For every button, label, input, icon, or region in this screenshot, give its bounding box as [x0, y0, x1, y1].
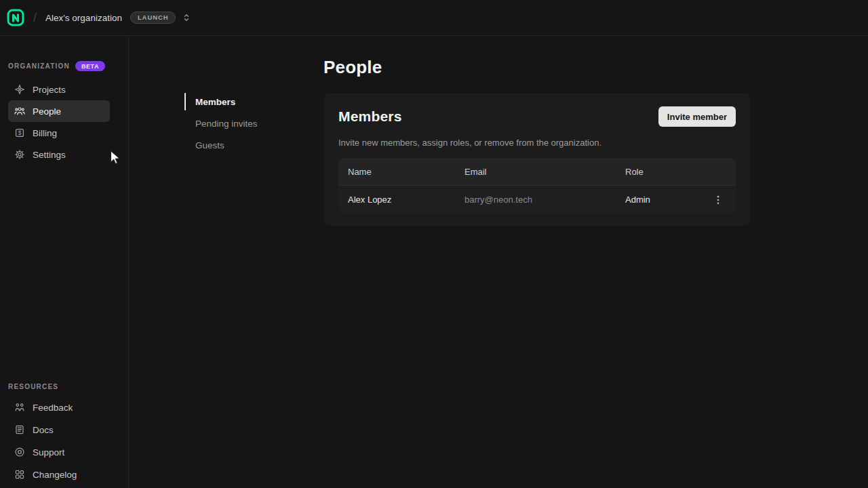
- breadcrumb-separator: /: [33, 11, 37, 25]
- member-email: barry@neon.tech: [465, 195, 625, 205]
- sidebar-item-docs[interactable]: Docs: [8, 419, 110, 441]
- resources-section-label: RESOURCES: [8, 383, 58, 390]
- members-card: Members Invite member Invite new members…: [324, 93, 750, 226]
- docs-icon: [14, 424, 25, 435]
- sidebar-item-label: Billing: [33, 128, 57, 138]
- tab-pending-invites[interactable]: Pending invites: [184, 113, 300, 134]
- members-card-description: Invite new members, assign roles, or rem…: [338, 138, 736, 148]
- chevron-updown-icon: [182, 13, 191, 22]
- member-name: Alex Lopez: [348, 195, 465, 205]
- column-header-email: Email: [465, 167, 625, 177]
- org-switcher[interactable]: Alex's organization LAUNCH: [45, 12, 191, 24]
- svg-text:$: $: [18, 129, 22, 136]
- changelog-icon: [14, 469, 25, 480]
- sidebar-item-label: Changelog: [33, 470, 77, 480]
- organization-section-header: ORGANIZATION BETA: [8, 61, 105, 71]
- beta-badge: BETA: [75, 61, 105, 71]
- members-card-header: Members Invite member: [338, 106, 736, 127]
- sidebar-item-changelog[interactable]: Changelog: [8, 464, 110, 485]
- sidebar-item-label: Settings: [33, 150, 66, 160]
- member-role: Admin: [625, 195, 710, 205]
- tab-guests[interactable]: Guests: [184, 134, 300, 156]
- sidebar-item-label: Docs: [33, 425, 54, 435]
- resources-section-header: RESOURCES: [8, 383, 58, 390]
- sidebar-item-label: Projects: [33, 85, 66, 95]
- plan-badge: LAUNCH: [130, 12, 176, 24]
- invite-member-button[interactable]: Invite member: [658, 106, 736, 127]
- neon-logo-icon[interactable]: [7, 9, 24, 26]
- sidebar-item-label: Support: [33, 447, 64, 458]
- tab-members[interactable]: Members: [184, 91, 300, 113]
- feedback-icon: [14, 402, 25, 413]
- sidebar-item-settings[interactable]: Settings: [8, 144, 110, 165]
- members-card-title: Members: [338, 108, 402, 125]
- table-row: Alex Lopez barry@neon.tech Admin: [338, 185, 736, 214]
- billing-icon: $: [14, 127, 25, 138]
- projects-icon: [14, 84, 25, 95]
- members-table: Name Email Role Alex Lopez barry@neon.te…: [338, 158, 736, 214]
- org-nav-list: Projects People $: [8, 79, 110, 165]
- resources-nav-list: Feedback Docs Support: [8, 396, 110, 485]
- topbar: / Alex's organization LAUNCH: [0, 0, 868, 36]
- support-icon: [14, 447, 25, 458]
- sidebar-item-support[interactable]: Support: [8, 441, 110, 463]
- sidebar-item-label: Feedback: [33, 403, 73, 413]
- column-header-name: Name: [348, 167, 465, 177]
- organization-section-label: ORGANIZATION: [8, 62, 70, 70]
- row-actions-kebab-icon[interactable]: [710, 192, 726, 208]
- sidebar-item-people[interactable]: People: [8, 100, 110, 122]
- sidebar: ORGANIZATION BETA Projects: [0, 36, 129, 488]
- people-subnav: Members Pending invites Guests: [184, 91, 300, 156]
- members-table-header: Name Email Role: [338, 158, 736, 185]
- sidebar-item-projects[interactable]: Projects: [8, 79, 110, 100]
- settings-icon: [14, 149, 25, 160]
- people-icon: [14, 106, 25, 117]
- page-title: People: [323, 57, 382, 78]
- column-header-role: Role: [625, 167, 710, 177]
- sidebar-item-billing[interactable]: $ Billing: [8, 122, 110, 144]
- sidebar-item-label: People: [33, 106, 61, 117]
- org-name: Alex's organization: [45, 13, 122, 23]
- sidebar-item-feedback[interactable]: Feedback: [8, 396, 110, 418]
